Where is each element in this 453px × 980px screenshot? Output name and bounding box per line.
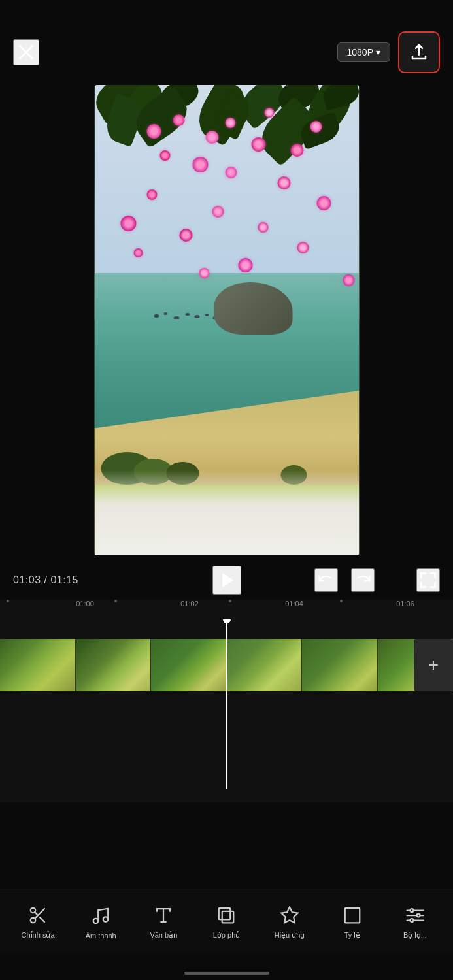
svg-line-9	[40, 917, 44, 922]
clip-5[interactable]	[302, 639, 378, 691]
total-time: 01:15	[50, 574, 78, 585]
video-canvas	[94, 85, 359, 555]
nav-am-thanh[interactable]: Âm thanh	[78, 904, 124, 939]
overlay-icon	[214, 904, 238, 927]
music-icon	[89, 904, 112, 928]
header-right: 1080P ▾	[337, 31, 440, 73]
nav-bo-loc-label: Bộ lọ...	[403, 931, 427, 939]
nav-van-ban[interactable]: Văn bản	[141, 904, 186, 939]
playhead[interactable]	[226, 619, 227, 789]
clip-3[interactable]	[151, 639, 227, 691]
playback-controls: 01:03 / 01:15	[0, 561, 453, 600]
nav-chinh-sua[interactable]: Chỉnh sửa	[15, 904, 61, 939]
nav-van-ban-label: Văn bản	[150, 931, 177, 939]
header: 1080P ▾	[0, 0, 453, 85]
nav-lop-phu-label: Lớp phủ	[213, 931, 241, 939]
nav-chinh-sua-label: Chỉnh sửa	[22, 931, 55, 939]
close-button[interactable]	[13, 39, 39, 65]
scissors-icon	[26, 904, 50, 927]
add-clip-icon: +	[428, 655, 439, 676]
current-time: 01:03	[13, 574, 41, 585]
timeline-area[interactable]: +	[0, 619, 453, 802]
home-indicator	[184, 972, 269, 975]
bottom-navigation: Chỉnh sửa Âm thanh Văn bản	[0, 889, 453, 954]
quality-dropdown-arrow: ▾	[376, 47, 380, 57]
fullscreen-button[interactable]	[416, 568, 440, 592]
clip-1[interactable]	[0, 639, 76, 691]
svg-point-11	[93, 918, 99, 923]
svg-line-10	[35, 912, 38, 915]
filter-icon	[403, 904, 427, 927]
effects-icon	[278, 904, 301, 927]
foreground-bottom	[94, 470, 359, 555]
redo-button[interactable]	[351, 568, 375, 592]
play-button[interactable]	[212, 566, 241, 595]
nav-bo-loc[interactable]: Bộ lọ...	[392, 904, 438, 939]
svg-rect-18	[345, 908, 360, 923]
nav-am-thanh-label: Âm thanh	[86, 932, 116, 939]
svg-rect-15	[219, 908, 231, 920]
ratio-icon	[341, 904, 364, 927]
nav-ty-le-label: Ty lệ	[344, 931, 360, 939]
ruler-mark-2: 01:02	[180, 600, 199, 608]
svg-point-12	[103, 917, 109, 922]
quality-label: 1080P	[347, 47, 373, 57]
svg-marker-17	[281, 907, 297, 923]
ruler-mark-1: 01:00	[76, 600, 94, 608]
clip-2[interactable]	[76, 639, 152, 691]
time-separator: /	[44, 574, 48, 585]
export-button[interactable]	[398, 31, 440, 73]
ruler-mark-4: 01:06	[396, 600, 414, 608]
nav-hieu-ung-label: Hiệu ứng	[275, 931, 305, 939]
nav-hieu-ung[interactable]: Hiệu ứng	[267, 904, 312, 939]
time-display: 01:03 / 01:15	[13, 574, 78, 586]
svg-rect-16	[222, 911, 234, 923]
tick-area: 01:00 01:02 01:04 01:06	[7, 600, 446, 619]
undo-button[interactable]	[314, 568, 338, 592]
nav-lop-phu[interactable]: Lớp phủ	[203, 904, 249, 939]
text-icon	[152, 904, 175, 927]
video-preview	[94, 85, 359, 555]
svg-marker-5	[222, 573, 233, 587]
ruler-mark-3: 01:04	[285, 600, 303, 608]
clip-4[interactable]	[227, 639, 303, 691]
add-clip-button[interactable]: +	[414, 639, 453, 691]
quality-selector[interactable]: 1080P ▾	[337, 42, 390, 62]
timeline-ruler: 01:00 01:02 01:04 01:06	[0, 600, 453, 619]
nav-ty-le[interactable]: Ty lệ	[329, 904, 375, 939]
